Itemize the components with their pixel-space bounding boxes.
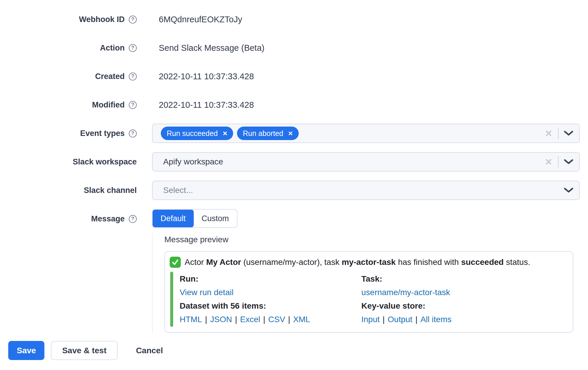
view-run-detail-link[interactable]: View run detail bbox=[180, 288, 233, 297]
chevron-down-icon[interactable] bbox=[564, 188, 573, 193]
kv-all-items-link[interactable]: All items bbox=[420, 315, 452, 324]
dataset-excel-link[interactable]: Excel bbox=[240, 315, 260, 324]
separator: | bbox=[288, 315, 290, 324]
clear-selection-icon[interactable] bbox=[544, 158, 553, 166]
help-icon[interactable]: ? bbox=[129, 130, 137, 137]
cancel-button[interactable]: Cancel bbox=[136, 346, 163, 355]
dataset-title: Dataset with 56 items: bbox=[180, 299, 361, 313]
attachment-accent-bar bbox=[170, 272, 173, 327]
created-row: Created ? 2022-10-11 10:37:33.428 bbox=[0, 67, 580, 86]
message-mode-custom-button[interactable]: Custom bbox=[194, 210, 237, 227]
separator: | bbox=[415, 315, 417, 324]
dataset-json-link[interactable]: JSON bbox=[210, 315, 232, 324]
event-type-tag-label: Run succeeded bbox=[167, 129, 218, 138]
message-preview-section: Message preview Actor My Actor (username… bbox=[152, 233, 580, 333]
event-type-tag: Run aborted × bbox=[237, 127, 299, 140]
action-value: Send Slack Message (Beta) bbox=[152, 43, 580, 53]
key-value-store-links: Input|Output|All items bbox=[361, 313, 567, 326]
help-icon[interactable]: ? bbox=[129, 16, 137, 23]
created-label: Created bbox=[95, 72, 125, 81]
slack-attachment: Run: View run detail Dataset with 56 ite… bbox=[170, 272, 567, 327]
created-value: 2022-10-11 10:37:33.428 bbox=[152, 72, 580, 81]
run-column: Run: View run detail Dataset with 56 ite… bbox=[180, 272, 361, 326]
action-label: Action bbox=[100, 43, 125, 53]
modified-value: 2022-10-11 10:37:33.428 bbox=[152, 100, 580, 110]
webhook-id-value: 6MQdnreufEOKZToJy bbox=[152, 15, 580, 24]
dataset-links: HTML|JSON|Excel|CSV|XML bbox=[180, 313, 361, 326]
separator: | bbox=[263, 315, 265, 324]
slack-channel-label: Slack channel bbox=[84, 186, 137, 195]
white-check-mark-emoji bbox=[170, 257, 181, 268]
help-icon[interactable]: ? bbox=[129, 44, 137, 52]
remove-tag-icon[interactable]: × bbox=[288, 130, 293, 137]
preview-summary-text: Actor My Actor (username/my-actor), task… bbox=[185, 258, 530, 267]
divider bbox=[558, 128, 559, 139]
modified-label: Modified bbox=[92, 100, 125, 110]
chevron-down-icon[interactable] bbox=[564, 131, 573, 136]
modified-row: Modified ? 2022-10-11 10:37:33.428 bbox=[0, 95, 580, 115]
run-title: Run: bbox=[180, 272, 361, 286]
slack-workspace-row: Slack workspace Apify workspace bbox=[0, 152, 580, 171]
slack-workspace-value: Apify workspace bbox=[163, 157, 223, 166]
task-column: Task: username/my-actor-task Key-value s… bbox=[361, 272, 567, 326]
key-value-store-title: Key-value store: bbox=[361, 299, 567, 313]
action-row: Action ? Send Slack Message (Beta) bbox=[0, 38, 580, 58]
form-actions: Save Save & test Cancel bbox=[0, 341, 588, 360]
event-types-select[interactable]: Run succeeded × Run aborted × bbox=[152, 124, 580, 143]
dataset-xml-link[interactable]: XML bbox=[293, 315, 310, 324]
divider bbox=[558, 156, 559, 167]
task-link[interactable]: username/my-actor-task bbox=[361, 288, 450, 297]
message-preview-box: Actor My Actor (username/my-actor), task… bbox=[164, 251, 573, 333]
webhook-id-label: Webhook ID bbox=[79, 15, 125, 24]
slack-workspace-select[interactable]: Apify workspace bbox=[152, 152, 580, 171]
separator: | bbox=[382, 315, 385, 324]
save-and-test-button[interactable]: Save & test bbox=[51, 341, 118, 360]
clear-selection-icon[interactable] bbox=[544, 129, 553, 137]
message-preview-heading: Message preview bbox=[164, 235, 573, 244]
help-icon[interactable]: ? bbox=[129, 101, 137, 109]
slack-channel-row: Slack channel Select... bbox=[0, 181, 580, 200]
message-row: Message ? Default Custom Message preview… bbox=[0, 209, 580, 333]
remove-tag-icon[interactable]: × bbox=[223, 130, 227, 137]
chevron-down-icon[interactable] bbox=[564, 159, 573, 164]
dataset-html-link[interactable]: HTML bbox=[180, 315, 202, 324]
help-icon[interactable]: ? bbox=[129, 215, 137, 223]
event-type-tag: Run succeeded × bbox=[161, 127, 233, 140]
webhook-form: Webhook ID ? 6MQdnreufEOKZToJy Action ? … bbox=[0, 0, 588, 333]
task-title: Task: bbox=[361, 272, 567, 286]
help-icon[interactable]: ? bbox=[129, 73, 137, 80]
separator: | bbox=[235, 315, 237, 324]
slack-workspace-label: Slack workspace bbox=[73, 157, 137, 166]
dataset-csv-link[interactable]: CSV bbox=[268, 315, 285, 324]
event-types-row: Event types ? Run succeeded × Run aborte… bbox=[0, 124, 580, 143]
slack-channel-placeholder: Select... bbox=[163, 186, 193, 195]
separator: | bbox=[205, 315, 207, 324]
event-types-label: Event types bbox=[80, 129, 125, 138]
message-mode-toggle: Default Custom bbox=[152, 209, 238, 228]
message-mode-default-button[interactable]: Default bbox=[153, 210, 194, 227]
event-type-tag-label: Run aborted bbox=[243, 129, 283, 138]
slack-channel-select[interactable]: Select... bbox=[152, 181, 580, 200]
webhook-id-row: Webhook ID ? 6MQdnreufEOKZToJy bbox=[0, 10, 580, 29]
message-label: Message bbox=[91, 214, 125, 223]
kv-input-link[interactable]: Input bbox=[361, 315, 380, 324]
save-button[interactable]: Save bbox=[8, 341, 44, 360]
kv-output-link[interactable]: Output bbox=[388, 315, 412, 324]
